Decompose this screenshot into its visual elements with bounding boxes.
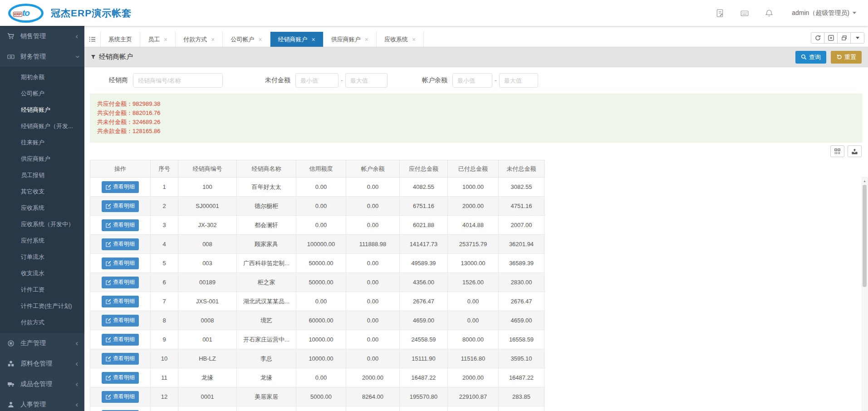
cell-credit: 50000.00 (296, 273, 346, 292)
sidebar-subitem[interactable]: 计件工资 (0, 282, 84, 298)
sidebar-subitem[interactable]: 期初余额 (0, 69, 84, 85)
user-menu[interactable]: admin（超级管理员) (792, 9, 856, 17)
view-detail-button[interactable]: 查看明细 (102, 372, 139, 384)
tab-list-button[interactable] (84, 32, 101, 47)
view-detail-button[interactable]: 查看明细 (102, 257, 139, 269)
export-button[interactable] (848, 145, 862, 157)
view-detail-button[interactable]: 查看明细 (102, 238, 139, 250)
unpaid-max-input[interactable] (345, 73, 387, 88)
dealer-input[interactable] (133, 73, 223, 88)
view-detail-button[interactable]: 查看明细 (102, 353, 139, 365)
close-icon[interactable]: × (365, 36, 368, 43)
sidebar-subitem[interactable]: 公司帐户 (0, 85, 84, 102)
cell-name: 都会澜轩 (237, 216, 296, 234)
query-button[interactable]: 查询 (795, 51, 826, 64)
cell-no: 10 (151, 349, 178, 368)
sidebar-subitem[interactable]: 应付系统 (0, 233, 84, 249)
sidebar-subitem[interactable]: 应收系统（开发中） (0, 216, 84, 233)
sidebar-subitem[interactable]: 计件工资(生产计划) (0, 298, 84, 314)
close-icon[interactable]: × (211, 36, 215, 43)
sidebar-item[interactable]: 生产管理‹ (0, 333, 84, 353)
view-detail-button[interactable]: 查看明细 (102, 277, 139, 288)
cell-name: 迷你 (237, 406, 296, 411)
sidebar-item[interactable]: 销售管理‹ (0, 26, 84, 46)
cell-no: 13 (151, 406, 178, 411)
logo-glyph: to (22, 8, 29, 18)
cell-credit: 0.00 (296, 368, 346, 387)
cell-credit: 0.00 (296, 178, 346, 196)
edit-icon (106, 337, 111, 342)
tab[interactable]: 付款方式× (176, 32, 223, 47)
sidebar-item[interactable]: 人事管理‹ (0, 394, 84, 411)
screen: ERP to 冠杰ERP演示帐套 admin（超级管理员) 销售管理‹财务管理‹… (0, 0, 868, 411)
cell-credit: 60000.00 (296, 311, 346, 330)
cell-payable: 4082.55 (400, 178, 448, 196)
sidebar-subitem[interactable]: 员工报销 (0, 167, 84, 183)
close-icon[interactable]: × (412, 36, 416, 43)
view-detail-button[interactable]: 查看明细 (102, 315, 139, 327)
sidebar-subitem[interactable]: 订单流水 (0, 249, 84, 265)
sidebar-subitem[interactable]: 经销商账户 (0, 102, 84, 118)
sidebar-item[interactable]: 财务管理‹ (0, 46, 84, 67)
range-dash: - (495, 77, 497, 84)
sidebar-item[interactable]: 成品仓管理‹ (0, 374, 84, 394)
cell-payable: 49589.39 (400, 254, 448, 272)
sidebar-subitem[interactable]: 往来账户 (0, 134, 84, 151)
scrollbar-thumb[interactable] (863, 185, 867, 287)
tab[interactable]: 系统主页 (101, 32, 140, 47)
refresh-tab-button[interactable] (811, 33, 824, 43)
tab[interactable]: 公司帐户× (223, 32, 270, 47)
column-header: 经销商编号 (178, 160, 237, 177)
sidebar-subitem[interactable]: 经销商账户（开发... (0, 118, 84, 134)
tab-menu-caret-button[interactable] (851, 33, 864, 43)
close-icon[interactable]: × (164, 36, 167, 43)
cell-paid: 2000.00 (448, 368, 499, 387)
cell-no: 9 (151, 330, 178, 349)
table-scrollbar[interactable]: ▲ (862, 177, 868, 411)
sidebar-subitem[interactable]: 供应商账户 (0, 151, 84, 167)
tab[interactable]: 供应商账户× (324, 32, 377, 47)
view-detail-button[interactable]: 查看明细 (102, 219, 139, 231)
cell-name: 德尔橱柜 (237, 197, 296, 215)
close-tab-button[interactable] (824, 33, 838, 43)
column-header: 帐户余额 (346, 160, 400, 177)
reset-button[interactable]: 重置 (831, 51, 862, 64)
view-detail-button[interactable]: 查看明细 (102, 334, 139, 346)
scroll-up-icon[interactable]: ▲ (862, 178, 867, 184)
page-titlebar: 经销商帐户 查询 重置 (84, 47, 868, 67)
close-icon[interactable]: × (312, 36, 315, 43)
cascade-windows-button[interactable] (838, 33, 851, 43)
view-detail-button[interactable]: 查看明细 (102, 200, 139, 212)
sidebar-subitem[interactable]: 其它收支 (0, 183, 84, 200)
bell-icon[interactable] (765, 9, 774, 18)
tab[interactable]: 应收系统× (377, 32, 424, 47)
range-dash: - (341, 77, 343, 84)
view-detail-button[interactable]: 查看明细 (102, 181, 139, 193)
tab[interactable]: 经销商账户× (270, 32, 324, 47)
tab[interactable]: 员工× (140, 32, 176, 47)
action-cell: 查看明细 (90, 368, 151, 387)
edit-icon (106, 356, 111, 361)
sidebar-subitem[interactable]: 应收系统 (0, 200, 84, 216)
cell-name: 开石家庄运营中... (237, 330, 296, 349)
cell-unpaid: 2830.00 (499, 273, 544, 292)
view-detail-button[interactable]: 查看明细 (102, 391, 139, 403)
table-row: 查看明细1100百年好太太0.000.004082.551000.003082.… (90, 178, 545, 197)
columns-toggle-button[interactable] (830, 145, 844, 157)
document-edit-icon[interactable] (716, 9, 725, 18)
tab-bar: 系统主页员工×付款方式×公司帐户×经销商账户×供应商账户×应收系统× (84, 26, 868, 47)
sidebar-subitem[interactable]: 付款方式 (0, 314, 84, 331)
action-cell: 查看明细 (90, 349, 151, 368)
sidebar-item[interactable]: 原料仓管理‹ (0, 353, 84, 374)
cell-balance: 412.88 (346, 406, 400, 411)
keyboard-icon[interactable] (740, 9, 749, 18)
cell-balance: 0.00 (346, 197, 400, 215)
close-icon[interactable]: × (258, 36, 262, 43)
cell-balance: 2000.00 (346, 368, 400, 387)
unpaid-min-input[interactable] (295, 73, 338, 88)
balance-max-input[interactable] (499, 73, 538, 88)
view-detail-button[interactable]: 查看明细 (102, 296, 139, 307)
sidebar-subitem[interactable]: 收支流水 (0, 265, 84, 282)
balance-min-input[interactable] (452, 73, 492, 88)
column-header: 经销商名称 (237, 160, 296, 177)
